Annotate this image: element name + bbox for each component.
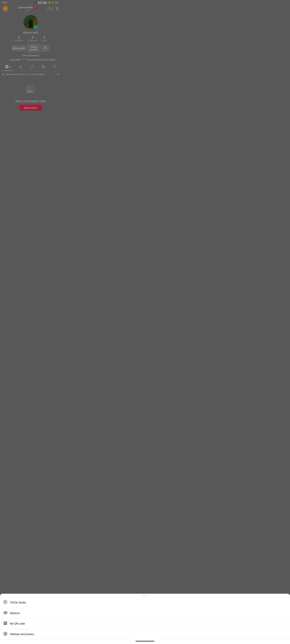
bottom-sheet-overlay[interactable] bbox=[0, 0, 61, 133]
